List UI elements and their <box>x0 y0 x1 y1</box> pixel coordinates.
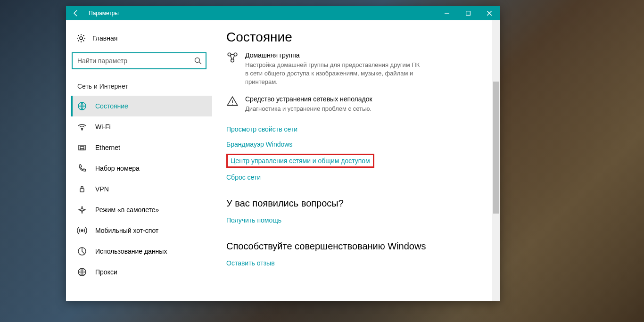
svg-rect-7 <box>80 189 84 192</box>
faq-title: У вас появились вопросы? <box>226 198 486 209</box>
feedback-title: Способствуйте совершенствованию Windows <box>226 241 486 252</box>
troubleshoot-block: Средство устранения сетевых неполадок Ди… <box>226 95 486 113</box>
link-firewall[interactable]: Брандмауэр Windows <box>226 137 292 152</box>
ethernet-icon <box>77 143 87 152</box>
block-title: Средство устранения сетевых неполадок <box>245 95 486 103</box>
scrollbar-thumb[interactable] <box>493 82 499 214</box>
link-feedback[interactable]: Оставить отзыв <box>226 256 275 271</box>
titlebar: Параметры <box>66 6 500 20</box>
sidebar-item-label: Использование данных <box>95 248 167 255</box>
phone-icon <box>77 164 87 173</box>
data-usage-icon <box>77 247 87 256</box>
hotspot-icon <box>77 226 87 235</box>
section-header: Сеть и Интернет <box>71 80 212 96</box>
svg-point-4 <box>82 129 83 130</box>
page-title: Состояние <box>226 30 486 45</box>
sidebar-item-proxy[interactable]: Прокси <box>71 262 212 282</box>
main-content: Состояние Домашняя группа Настройка дома… <box>212 20 500 301</box>
wifi-icon <box>77 122 87 132</box>
sidebar-item-label: Набор номера <box>95 165 140 172</box>
svg-rect-0 <box>466 11 470 16</box>
svg-point-2 <box>195 58 200 63</box>
scrollbar[interactable] <box>492 20 500 301</box>
svg-rect-5 <box>79 145 85 150</box>
homegroup-block: Домашняя группа Настройка домашней групп… <box>226 51 486 87</box>
block-desc: Диагностика и устранение проблем с сетью… <box>245 105 424 113</box>
search-input[interactable] <box>76 57 194 65</box>
window-title: Параметры <box>86 10 119 17</box>
sidebar-item-datausage[interactable]: Использование данных <box>71 241 212 262</box>
sidebar-item-label: Ethernet <box>95 144 120 151</box>
gear-icon <box>76 33 86 43</box>
sidebar-item-label: VPN <box>95 185 109 193</box>
svg-point-13 <box>231 59 234 62</box>
link-network-properties[interactable]: Просмотр свойств сети <box>226 122 297 137</box>
maximize-button[interactable] <box>457 6 479 20</box>
link-network-reset[interactable]: Сброс сети <box>226 170 261 185</box>
globe-icon <box>77 101 87 111</box>
back-button[interactable] <box>66 6 86 20</box>
sidebar-item-label: Wi-Fi <box>95 123 111 131</box>
close-button[interactable] <box>479 6 500 20</box>
warning-icon <box>226 95 239 107</box>
search-icon <box>194 57 202 65</box>
block-desc: Настройка домашней группы для предоставл… <box>245 61 424 87</box>
sidebar-item-label: Состояние <box>95 102 128 110</box>
link-get-help[interactable]: Получить помощь <box>226 213 281 228</box>
homegroup-icon <box>226 51 239 64</box>
sidebar-item-dialup[interactable]: Набор номера <box>71 158 212 179</box>
sidebar-item-status[interactable]: Состояние <box>71 96 212 116</box>
airplane-icon <box>77 205 87 215</box>
link-network-sharing-center[interactable]: Центр управления сетями и общим доступом <box>226 154 374 168</box>
sidebar-item-wifi[interactable]: Wi-Fi <box>71 116 212 137</box>
settings-window: Параметры Главная Сеть и Интернет <box>66 6 500 301</box>
proxy-icon <box>77 267 87 277</box>
sidebar-item-label: Мобильный хот-спот <box>95 227 158 234</box>
minimize-button[interactable] <box>436 6 457 20</box>
search-box[interactable] <box>72 52 206 69</box>
sidebar-item-label: Прокси <box>95 268 117 276</box>
home-label: Главная <box>92 34 117 42</box>
svg-point-1 <box>80 37 83 40</box>
sidebar-item-ethernet[interactable]: Ethernet <box>71 137 212 158</box>
sidebar-item-hotspot[interactable]: Мобильный хот-спот <box>71 220 212 241</box>
block-title: Домашняя группа <box>245 51 486 59</box>
sidebar-item-label: Режим «в самолете» <box>95 206 159 214</box>
svg-point-8 <box>81 230 83 231</box>
vpn-icon <box>77 184 87 194</box>
sidebar: Главная Сеть и Интернет Состояние Wi-Fi … <box>66 20 212 301</box>
sidebar-item-airplane[interactable]: Режим «в самолете» <box>71 199 212 220</box>
home-button[interactable]: Главная <box>71 30 212 47</box>
sidebar-item-vpn[interactable]: VPN <box>71 179 212 199</box>
